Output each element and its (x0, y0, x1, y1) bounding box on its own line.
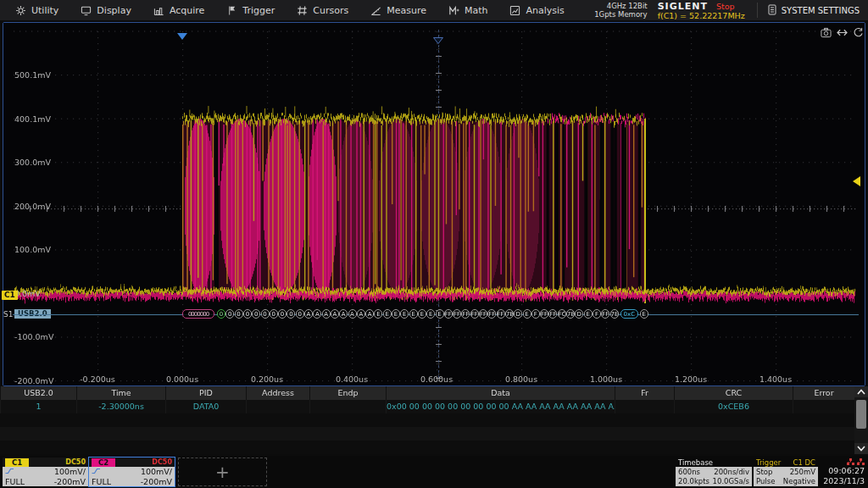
x-axis-label: 1.200us (675, 374, 707, 384)
scroll-down-button[interactable] (854, 443, 868, 454)
y-axis-label: 300.0mV (14, 158, 51, 167)
decode-byte-pill: E (383, 309, 392, 319)
table-cell: DATA0 (165, 400, 246, 413)
menu-item-measure[interactable]: Measure (367, 0, 430, 20)
gear-icon (15, 5, 26, 16)
menu-bar: UtilityDisplayAcquireTriggerCursorsMeasu… (0, 0, 868, 20)
menu-item-label: Math (465, 5, 488, 16)
decode-byte-pill: 0 (243, 309, 252, 319)
rising-slope-icon (92, 467, 101, 476)
channel-settings: 100mV/FULL-200mV (3, 467, 88, 486)
decode-byte-pill: F (593, 309, 601, 319)
decode-byte-pill: 0 (270, 309, 278, 319)
decode-byte-pill: A (339, 309, 348, 319)
menu-items: UtilityDisplayAcquireTriggerCursorsMeasu… (12, 0, 568, 20)
y-axis-label: -100.0mV (14, 332, 53, 341)
menu-item-utility[interactable]: Utility (12, 0, 62, 20)
display-icon (81, 5, 92, 16)
channel-descriptor-c1[interactable]: C1DC50100mV/FULL-200mV (3, 458, 88, 486)
channel-settings: 100mV/FULL-200mV (89, 467, 175, 486)
channel-bandwidth: FULL (92, 477, 111, 486)
decode-byte-pill: FF (540, 309, 548, 319)
decode-crc-pill: 0xC (620, 309, 638, 319)
screenshot-camera-icon[interactable] (821, 25, 832, 42)
waveform-canvas[interactable] (3, 23, 865, 385)
table-scrollbar[interactable] (854, 386, 868, 454)
decode-byte-pill: 0 (278, 309, 287, 319)
table-header-endp: Endp (309, 386, 386, 400)
channel-title-strip: C1DC50 (3, 458, 88, 467)
menu-item-cursors[interactable]: Cursors (293, 0, 352, 20)
channel-descriptor-c2[interactable]: C2DC50100mV/FULL-200mV (89, 458, 175, 486)
math-icon (448, 5, 459, 16)
table-header-crc: CRC (674, 386, 793, 400)
x-axis-label: 0.400us (336, 374, 368, 384)
oscilloscope-screen: UtilityDisplayAcquireTriggerCursorsMeasu… (0, 0, 868, 488)
table-header-usb20: USB2.0 (0, 386, 76, 400)
decode-byte-pill: FC (558, 309, 566, 319)
trigger-level-marker[interactable] (853, 176, 860, 186)
decode-byte-pill: A (322, 309, 331, 319)
lan-icon (847, 458, 854, 465)
refresh-icon[interactable] (853, 25, 864, 42)
c1-channel-marker[interactable]: C1 (2, 291, 18, 300)
decode-byte-pill: 0 (252, 309, 260, 319)
decode-byte-pill: A (304, 309, 313, 319)
trigger-title: Trigger (756, 458, 781, 467)
menu-item-analysis[interactable]: Analysis (506, 0, 567, 20)
rising-slope-icon (5, 467, 14, 476)
x-axis-label: 0.800us (505, 374, 537, 384)
trigger-delay-marker[interactable] (432, 32, 444, 48)
scroll-up-button[interactable] (854, 386, 868, 397)
table-header-data: Data (386, 386, 615, 400)
analysis-icon (509, 5, 520, 16)
menu-item-display[interactable]: Display (77, 0, 135, 20)
decode-byte-pill: E (436, 309, 444, 319)
channel-badge: C2 (92, 458, 115, 467)
menu-item-label: Utility (31, 5, 58, 16)
decode-byte-pill: FF (479, 309, 487, 319)
channel-badge: C1 (5, 458, 29, 467)
menu-item-acquire[interactable]: Acquire (150, 0, 208, 20)
menu-item-math[interactable]: Math (445, 0, 492, 20)
y-axis-label: 0.0mV (14, 289, 41, 298)
timebase-title: Timebase (678, 458, 713, 467)
channel-bandwidth: FULL (5, 477, 25, 486)
system-settings-button[interactable]: SYSTEM SETTINGS (757, 3, 868, 18)
siglent-logo: SIGLENT (658, 1, 708, 12)
decode-byte-pill: 7B (505, 309, 514, 319)
frequency-counter: f(C1) = 52.22217MHz (658, 12, 745, 20)
y-axis-label: 500.1mV (14, 70, 51, 80)
decode-byte-pill: E (409, 309, 418, 319)
channel-scale: 100mV/ (54, 467, 86, 476)
menu-item-trigger[interactable]: Trigger (223, 0, 278, 20)
decode-byte-pill: FF (453, 309, 461, 319)
decode-byte-pill: A (365, 309, 374, 319)
menu-item-label: Analysis (526, 5, 564, 16)
decode-byte-pill: FF (444, 309, 453, 319)
decode-byte-pill: 7B (566, 309, 575, 319)
decoder-list-table: USB2.0TimePIDAddressEndpDataFrCRCError 1… (0, 386, 854, 454)
horizontal-zoom-icon[interactable] (837, 25, 848, 42)
channel-scale: 100mV/ (141, 467, 172, 476)
decode-byte-pill: A (357, 309, 365, 319)
decoder-table-empty-row (0, 413, 854, 427)
spec-bandwidth: 4GHz 12Bit (594, 2, 647, 10)
decoder-table-header: USB2.0TimePIDAddressEndpDataFrCRCError (0, 386, 854, 400)
decoder-table-empty-row (0, 427, 854, 441)
x-axis-label: 1.400us (760, 374, 792, 384)
timebase-descriptor[interactable]: Timebase 600ns 200ns/div 20.0kpts 10.0GS… (676, 458, 752, 486)
decoder-table-row[interactable]: 1-2.30000nsDATA00x00 00 00 00 00 00 00 0… (0, 400, 854, 413)
menu-item-label: Measure (387, 5, 426, 16)
decode-byte-pill: 0 (261, 309, 270, 319)
table-header-address: Address (246, 386, 309, 400)
x-axis-label: 0.200us (251, 374, 283, 384)
menu-item-label: Display (97, 5, 131, 16)
trigger-descriptor[interactable]: Trigger C1 DC Stop 250mV Pulse Negative (754, 458, 818, 486)
trigger-position-marker[interactable] (177, 33, 187, 40)
scrollbar-thumb[interactable] (856, 400, 866, 429)
menu-item-label: Acquire (170, 5, 204, 16)
trigger-level: 250mV (790, 468, 815, 476)
add-channel-button[interactable]: + (178, 458, 267, 486)
table-cell (615, 400, 674, 413)
